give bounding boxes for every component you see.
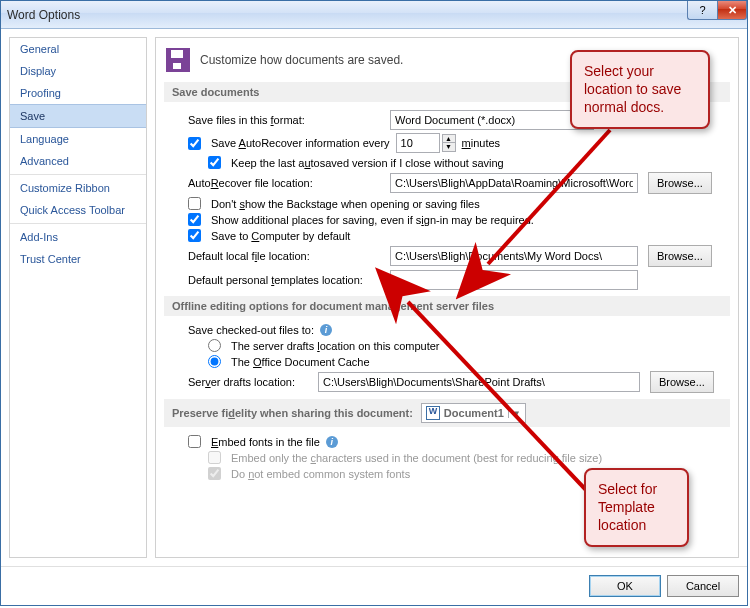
- default-templates-label: Default personal templates location:: [188, 274, 384, 286]
- sidebar-item-display[interactable]: Display: [10, 60, 146, 82]
- no-common-fonts-checkbox: [208, 467, 221, 480]
- sidebar-item-addins[interactable]: Add-Ins: [10, 226, 146, 248]
- radio-office-cache[interactable]: [208, 355, 221, 368]
- help-button[interactable]: ?: [687, 1, 717, 20]
- sidebar-item-trust-center[interactable]: Trust Center: [10, 248, 146, 270]
- page-heading: Customize how documents are saved.: [200, 53, 403, 67]
- show-additional-checkbox[interactable]: [188, 213, 201, 226]
- autorecover-minutes[interactable]: [396, 133, 440, 153]
- embed-chars-checkbox: [208, 451, 221, 464]
- autorecover-label-post: minutes: [462, 137, 501, 149]
- preserve-doc-combo[interactable]: Document1 ▼: [421, 403, 526, 423]
- keep-last-checkbox[interactable]: [208, 156, 221, 169]
- section-offline: Offline editing options for document man…: [164, 296, 730, 316]
- autorecover-loc-label: AutoRecover file location:: [188, 177, 384, 189]
- sidebar-item-advanced[interactable]: Advanced: [10, 150, 146, 172]
- info-icon[interactable]: i: [320, 324, 332, 336]
- close-button[interactable]: ✕: [717, 1, 747, 20]
- word-doc-icon: [426, 406, 440, 420]
- save-to-computer-label: Save to Computer by default: [211, 230, 350, 242]
- save-to-computer-checkbox[interactable]: [188, 229, 201, 242]
- preserve-doc-name: Document1: [444, 407, 504, 419]
- default-local-label: Default local file location:: [188, 250, 384, 262]
- browse-autorecover-button[interactable]: Browse...: [648, 172, 712, 194]
- autorecover-loc-input[interactable]: [390, 173, 638, 193]
- sidebar-item-proofing[interactable]: Proofing: [10, 82, 146, 104]
- sidebar-item-general[interactable]: General: [10, 38, 146, 60]
- default-templates-input[interactable]: [390, 270, 638, 290]
- embed-chars-label: Embed only the characters used in the do…: [231, 452, 602, 464]
- autorecover-checkbox[interactable]: [188, 137, 201, 150]
- server-drafts-input[interactable]: [318, 372, 640, 392]
- checked-out-label: Save checked-out files to:: [188, 324, 314, 336]
- window-buttons: ? ✕: [687, 1, 747, 20]
- sidebar-item-quick-access[interactable]: Quick Access Toolbar: [10, 199, 146, 221]
- dont-show-backstage-checkbox[interactable]: [188, 197, 201, 210]
- sidebar: General Display Proofing Save Language A…: [9, 37, 147, 558]
- titlebar: Word Options ? ✕: [1, 1, 747, 29]
- browse-server-drafts-button[interactable]: Browse...: [650, 371, 714, 393]
- default-local-input[interactable]: [390, 246, 638, 266]
- server-drafts-label: Server drafts location:: [188, 376, 312, 388]
- info-icon-embed[interactable]: i: [326, 436, 338, 448]
- sidebar-item-customize-ribbon[interactable]: Customize Ribbon: [10, 177, 146, 199]
- dialog-button-row: OK Cancel: [1, 566, 747, 605]
- ok-button[interactable]: OK: [589, 575, 661, 597]
- save-format-select[interactable]: Word Document (*.docx): [390, 110, 594, 130]
- radio-server-drafts-label: The server drafts location on this compu…: [231, 340, 440, 352]
- keep-last-label: Keep the last autosaved version if I clo…: [231, 157, 504, 169]
- radio-office-cache-label: The Office Document Cache: [231, 356, 370, 368]
- window-title: Word Options: [7, 8, 80, 22]
- section-preserve: Preserve fidelity when sharing this docu…: [164, 399, 730, 427]
- no-common-fonts-label: Do not embed common system fonts: [231, 468, 410, 480]
- save-format-label: Save files in this format:: [188, 114, 384, 126]
- callout-bottom: Select for Template location: [584, 468, 689, 547]
- callout-top: Select your location to save normal docs…: [570, 50, 710, 129]
- sidebar-item-language[interactable]: Language: [10, 128, 146, 150]
- save-icon: [166, 48, 190, 72]
- browse-default-local-button[interactable]: Browse...: [648, 245, 712, 267]
- cancel-button[interactable]: Cancel: [667, 575, 739, 597]
- dont-show-backstage-label: Don't show the Backstage when opening or…: [211, 198, 480, 210]
- radio-server-drafts[interactable]: [208, 339, 221, 352]
- sidebar-item-save[interactable]: Save: [10, 104, 146, 128]
- show-additional-label: Show additional places for saving, even …: [211, 214, 534, 226]
- embed-fonts-label: Embed fonts in the file: [211, 436, 320, 448]
- autorecover-label-pre: Save AutoRecover information every: [211, 137, 390, 149]
- embed-fonts-checkbox[interactable]: [188, 435, 201, 448]
